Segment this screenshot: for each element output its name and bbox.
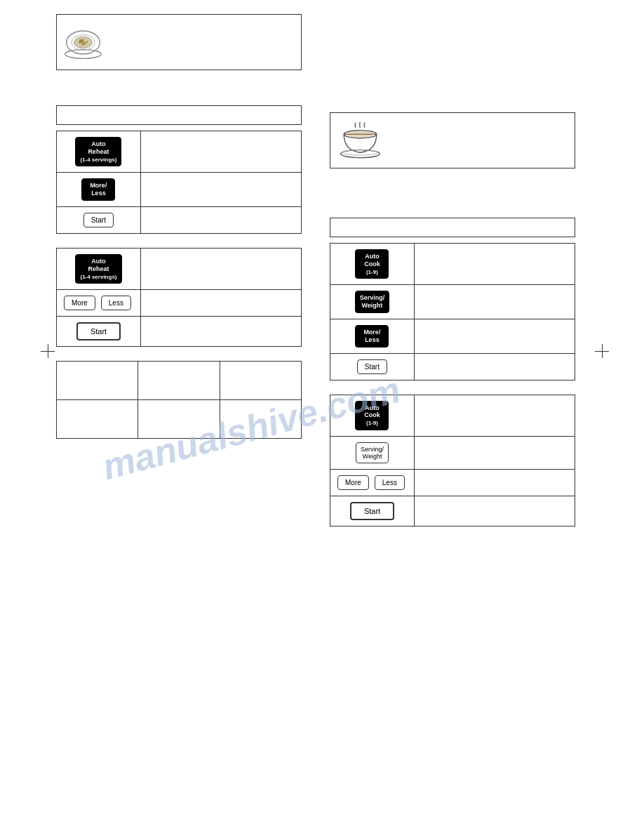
- table-row: Start: [330, 496, 575, 526]
- content-cell-r4: [414, 353, 575, 380]
- start-button-r2[interactable]: Start: [350, 502, 394, 520]
- right-step-bar-1: [330, 218, 575, 237]
- less-button-1[interactable]: Less: [101, 296, 131, 310]
- content-cell-3: [140, 206, 301, 233]
- table-row: More Less: [330, 469, 575, 496]
- serving-weight-button-1[interactable]: Serving/Weight: [355, 291, 390, 313]
- auto-reheat-button-2[interactable]: AutoReheat(1-4 servings): [75, 254, 121, 284]
- left-column: AutoReheat(1-4 servings) More/Less Start: [56, 14, 316, 439]
- left-table-1: AutoReheat(1-4 servings) More/Less Start: [56, 131, 302, 234]
- soup-bowl-icon: [337, 118, 383, 164]
- content-cell-5: [140, 290, 301, 317]
- start-button-r1[interactable]: Start: [357, 359, 387, 374]
- empty-cell: [220, 400, 301, 439]
- table-row: More/Less: [57, 173, 302, 207]
- serving-weight-button-2[interactable]: Serving/Weight: [356, 442, 389, 463]
- button-cell: Serving/Weight: [330, 285, 415, 319]
- table-row: AutoCook(1-9): [330, 244, 575, 285]
- less-button-r1[interactable]: Less: [375, 475, 405, 490]
- table-row: Serving/Weight: [330, 436, 575, 469]
- button-cell: AutoReheat(1-4 servings): [57, 131, 141, 173]
- table-row: More Less: [57, 290, 302, 317]
- empty-cell: [138, 362, 220, 400]
- svg-point-6: [81, 43, 84, 46]
- empty-cell: [138, 400, 220, 439]
- auto-reheat-button-1[interactable]: AutoReheat(1-4 servings): [75, 137, 121, 166]
- table-row: Start: [330, 353, 575, 380]
- content-cell-r5: [414, 395, 575, 436]
- page: manualshive.com: [0, 0, 644, 834]
- left-table-2: AutoReheat(1-4 servings) More Less Start: [56, 248, 302, 347]
- empty-cell: [220, 362, 301, 400]
- more-less-button-1[interactable]: More/Less: [81, 178, 115, 201]
- content-cell-r3: [414, 319, 575, 353]
- right-table-2: AutoCook(1-9) Serving/Weight More Less: [330, 395, 575, 527]
- crosshair-right: [595, 344, 609, 358]
- more-button-1[interactable]: More: [64, 296, 95, 310]
- right-table-1: AutoCook(1-9) Serving/Weight More/Less S…: [330, 243, 575, 380]
- left-image-box: [56, 14, 302, 70]
- content-cell-6: [140, 317, 301, 347]
- content-cell-2: [140, 173, 301, 207]
- plate-icon: [64, 23, 102, 62]
- right-image-box: [330, 112, 575, 168]
- content-cell-r6: [414, 436, 575, 469]
- start-button-2[interactable]: Start: [76, 322, 121, 340]
- table-row: AutoReheat(1-4 servings): [57, 131, 302, 173]
- svg-point-11: [346, 131, 375, 137]
- svg-point-9: [83, 39, 84, 40]
- button-cell: Start: [330, 353, 415, 380]
- svg-point-8: [86, 41, 88, 42]
- table-row: Serving/Weight: [330, 285, 575, 319]
- table-row: AutoReheat(1-4 servings): [57, 248, 302, 289]
- start-button-1[interactable]: Start: [83, 213, 114, 227]
- left-empty-grid: [56, 361, 302, 439]
- table-row: Start: [57, 317, 302, 347]
- content-cell-r2: [414, 285, 575, 319]
- svg-point-7: [79, 41, 80, 43]
- button-cell: More Less: [330, 469, 415, 496]
- table-row: Start: [57, 206, 302, 233]
- content-cell-r7: [414, 469, 575, 496]
- button-cell: Start: [57, 206, 141, 233]
- empty-cell: [57, 400, 138, 439]
- more-button-r1[interactable]: More: [337, 475, 369, 490]
- more-less-button-r1[interactable]: More/Less: [355, 325, 389, 348]
- button-cell: AutoCook(1-9): [330, 395, 415, 436]
- content-cell-r1: [414, 244, 575, 285]
- right-column: AutoCook(1-9) Serving/Weight More/Less S…: [330, 112, 589, 541]
- table-row: [57, 400, 302, 439]
- button-cell: AutoCook(1-9): [330, 244, 415, 285]
- content-cell-1: [140, 131, 301, 173]
- button-cell: Serving/Weight: [330, 436, 415, 469]
- button-cell: More/Less: [330, 319, 415, 353]
- auto-cook-button-1[interactable]: AutoCook(1-9): [355, 249, 389, 279]
- content-cell-4: [140, 248, 301, 289]
- button-cell: More/Less: [57, 173, 141, 207]
- button-cell: Start: [57, 317, 141, 347]
- auto-cook-button-2[interactable]: AutoCook(1-9): [355, 401, 389, 430]
- crosshair-left: [41, 344, 55, 358]
- table-row: AutoCook(1-9): [330, 395, 575, 436]
- table-row: More/Less: [330, 319, 575, 353]
- left-step-bar-1: [56, 105, 302, 125]
- button-cell: Start: [330, 496, 415, 526]
- table-row: [57, 362, 302, 400]
- button-cell: AutoReheat(1-4 servings): [57, 248, 141, 289]
- content-cell-r8: [414, 496, 575, 526]
- button-cell: More Less: [57, 290, 141, 317]
- empty-cell: [57, 362, 138, 400]
